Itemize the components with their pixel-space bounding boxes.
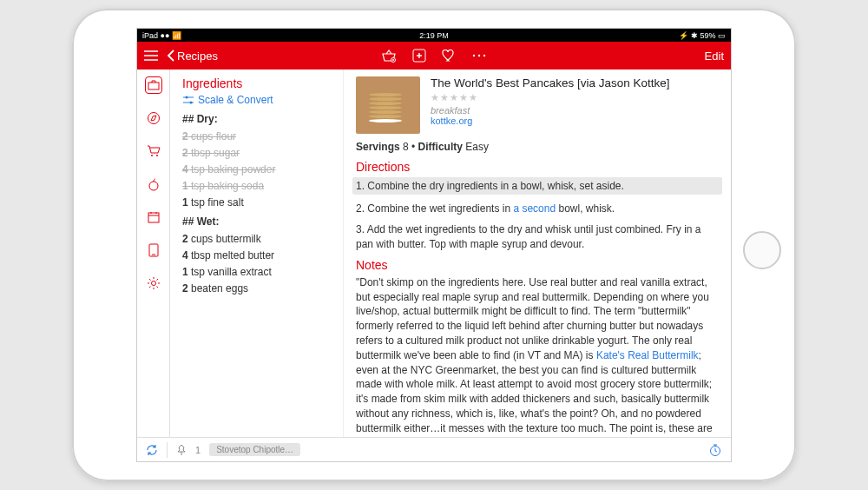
- back-button[interactable]: Recipes: [167, 50, 218, 63]
- dry-heading: ## Dry:: [182, 113, 332, 125]
- status-time: 2:19 PM: [419, 31, 449, 40]
- basket-icon[interactable]: [381, 49, 397, 63]
- svg-point-8: [156, 155, 158, 156]
- ingredient-item[interactable]: 2 cups buttermilk: [182, 233, 332, 245]
- more-icon[interactable]: [471, 54, 487, 57]
- ingredient-item[interactable]: 1 tsp vanilla extract: [182, 266, 332, 278]
- home-button[interactable]: [743, 231, 781, 269]
- svg-point-4: [483, 55, 485, 56]
- svg-point-7: [151, 155, 153, 156]
- svg-point-3: [478, 55, 480, 56]
- pinned-recipe-chip[interactable]: Stovetop Chipotle…: [209, 443, 300, 456]
- notes-title: Notes: [356, 258, 719, 272]
- recipe-category: breakfast: [431, 105, 719, 116]
- sync-icon[interactable]: [146, 444, 158, 456]
- direction-step-2[interactable]: 2. Combine the wet ingredients in a seco…: [356, 202, 719, 215]
- link-a-second[interactable]: a second: [513, 202, 556, 215]
- recipe-source-link[interactable]: kottke.org: [431, 116, 719, 126]
- bottom-bar: 1 Stovetop Chipotle…: [137, 437, 731, 461]
- svg-point-6: [148, 113, 159, 124]
- link-kates-buttermilk[interactable]: Kate's Real Buttermilk: [596, 349, 699, 361]
- svg-point-11: [151, 281, 155, 286]
- sliders-icon: [182, 95, 194, 105]
- sidebar: [137, 70, 170, 437]
- pin-icon[interactable]: [176, 444, 187, 456]
- ingredient-item[interactable]: 1 tsp fine salt: [182, 196, 332, 209]
- ingredients-panel: Ingredients Scale & Convert ## Dry: 2 cu…: [170, 70, 344, 437]
- ingredient-item[interactable]: 2 cups flour: [182, 130, 332, 142]
- sidebar-briefcase-icon[interactable]: [145, 76, 162, 94]
- direction-step-3[interactable]: 3. Add the wet ingredients to the dry an…: [356, 222, 719, 250]
- add-icon[interactable]: [412, 49, 426, 63]
- svg-rect-9: [148, 213, 159, 222]
- directions-title: Directions: [356, 160, 719, 174]
- wet-heading: ## Wet:: [182, 215, 332, 228]
- edit-button[interactable]: Edit: [705, 50, 724, 63]
- sidebar-apple-icon[interactable]: [145, 175, 162, 193]
- ingredient-item[interactable]: 2 tbsp sugar: [182, 147, 332, 159]
- ingredient-item[interactable]: 1 tsp baking soda: [182, 180, 332, 192]
- ingredient-item[interactable]: 4 tbsp melted butter: [182, 249, 332, 262]
- sidebar-calendar-icon[interactable]: [145, 209, 162, 226]
- toolbar: Recipes Edit: [137, 42, 731, 70]
- sidebar-compass-icon[interactable]: [145, 109, 162, 127]
- back-label: Recipes: [177, 50, 218, 63]
- status-battery: ⚡ ✱ 59% ▭: [679, 31, 726, 40]
- notes-text: "Don't skimp on the ingredients here. Us…: [356, 275, 719, 437]
- svg-point-13: [190, 102, 193, 104]
- recipe-panel: The World's Best Pancakes [via Jason Kot…: [344, 70, 731, 437]
- svg-rect-5: [148, 83, 159, 89]
- status-bar: iPad ●● 📶 2:19 PM ⚡ ✱ 59% ▭: [137, 29, 731, 42]
- sidebar-cart-icon[interactable]: [145, 142, 162, 160]
- status-carrier: iPad ●● 📶: [142, 31, 181, 40]
- ingredient-item[interactable]: 2 beaten eggs: [182, 282, 332, 295]
- app-screen: iPad ●● 📶 2:19 PM ⚡ ✱ 59% ▭ Recipes Edit: [136, 28, 732, 462]
- sidebar-device-icon[interactable]: [145, 242, 162, 259]
- direction-step-1[interactable]: 1. Combine the dry ingredients in a bowl…: [352, 177, 722, 195]
- timer-icon[interactable]: [708, 443, 722, 457]
- ingredients-title: Ingredients: [182, 76, 332, 90]
- ingredient-item[interactable]: 4 tsp baking powder: [182, 163, 332, 175]
- servings-difficulty: Servings 8 • Difficulty Easy: [356, 141, 719, 153]
- chevron-left-icon: [167, 50, 175, 62]
- sidebar-gear-icon[interactable]: [145, 275, 162, 292]
- svg-point-2: [473, 55, 475, 56]
- rating-stars[interactable]: ★★★★★: [431, 92, 719, 103]
- pin-count: 1: [195, 445, 201, 455]
- recipe-thumbnail: [356, 76, 420, 134]
- menu-icon[interactable]: [144, 50, 158, 61]
- recipe-title: The World's Best Pancakes [via Jason Kot…: [431, 76, 719, 89]
- heart-icon[interactable]: [442, 50, 456, 62]
- svg-point-12: [186, 96, 188, 99]
- ipad-frame: iPad ●● 📶 2:19 PM ⚡ ✱ 59% ▭ Recipes Edit: [72, 9, 796, 481]
- scale-convert-button[interactable]: Scale & Convert: [182, 94, 332, 106]
